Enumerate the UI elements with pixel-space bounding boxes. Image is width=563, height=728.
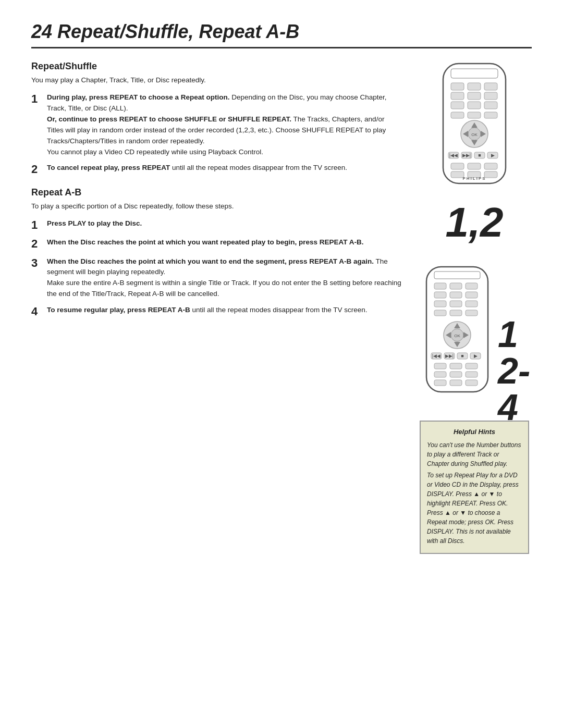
s2-step1-text: Press PLAY to play the Disc. (47, 218, 401, 229)
s2-step3-content: When the Disc reaches the point at which… (47, 256, 401, 300)
s2-step3-note: Make sure the entire A-B segment is with… (47, 278, 401, 300)
svg-rect-44 (434, 301, 446, 307)
svg-rect-66 (450, 363, 462, 369)
svg-rect-34 (484, 171, 497, 178)
repeat-ab-intro: To play a specific portion of a Disc rep… (31, 201, 401, 212)
page-title: 24 Repeat/Shuffle, Repeat A-B (31, 21, 532, 48)
s2-step-number-2: 2 (31, 237, 43, 251)
hint-2-text: To set up Repeat Play for a DVD or Video… (427, 472, 519, 545)
step1-bold: During play, press REPEAT to choose a Re… (47, 93, 230, 101)
svg-rect-73 (466, 380, 478, 386)
step-number-1: 1 (31, 92, 43, 158)
svg-rect-48 (450, 310, 462, 316)
svg-rect-47 (434, 310, 446, 316)
step1-para2: Or, continue to press REPEAT to choose S… (47, 114, 401, 147)
step2-text: until all the repeat modes disappear fro… (170, 164, 347, 171)
svg-rect-7 (484, 92, 497, 100)
helpful-hint-1: You can't use the Number buttons to play… (427, 440, 522, 468)
remote-svg-bottom: OK |◀◀ ▶▶| ■ ▶ (417, 264, 498, 405)
s2-step4-content: To resume regular play, press REPEAT A-B… (47, 305, 401, 318)
svg-rect-69 (450, 372, 462, 377)
svg-text:OK: OK (454, 334, 460, 338)
svg-rect-10 (484, 102, 497, 109)
helpful-hints-box: Helpful Hints You can't use the Number b… (420, 421, 529, 554)
s2-step4-bold: To resume regular play, press REPEAT A-B (47, 306, 190, 314)
svg-rect-29 (451, 163, 464, 169)
right-column: OK |◀◀ ▶▶| ■ ▶ PHILIPS (417, 61, 532, 554)
num-badges: 1 2-4 (498, 264, 532, 405)
section1-step2: 2 To cancel repeat play, press REPEAT un… (31, 163, 401, 176)
repeat-ab-section: Repeat A-B To play a specific portion of… (31, 187, 401, 319)
repeat-shuffle-title: Repeat/Shuffle (31, 61, 401, 72)
svg-rect-39 (450, 283, 462, 289)
s2-step1-bold: Press PLAY to play the Disc. (47, 219, 142, 227)
step2-bold: To cancel repeat play, press REPEAT (47, 164, 170, 171)
svg-rect-5 (451, 92, 464, 100)
svg-text:■: ■ (478, 153, 481, 158)
svg-rect-68 (434, 372, 446, 377)
s2-step4-para: To resume regular play, press REPEAT A-B… (47, 305, 401, 316)
svg-text:▶▶|: ▶▶| (445, 353, 454, 359)
step1-content: During play, press REPEAT to choose a Re… (47, 92, 401, 158)
svg-rect-1 (451, 69, 498, 78)
remote2-wrap: OK |◀◀ ▶▶| ■ ▶ (417, 264, 498, 405)
svg-rect-49 (466, 310, 478, 316)
svg-rect-41 (434, 292, 446, 298)
section2-step1: 1 Press PLAY to play the Disc. (31, 218, 401, 232)
svg-rect-43 (466, 292, 478, 298)
svg-text:OK: OK (471, 132, 478, 137)
section2-step3: 3 When the Disc reaches the point at whi… (31, 256, 401, 300)
step1-para1: During play, press REPEAT to choose a Re… (47, 92, 401, 114)
svg-rect-65 (434, 363, 446, 369)
svg-rect-8 (451, 102, 464, 109)
svg-rect-2 (451, 83, 464, 90)
s2-step-number-3: 3 (31, 256, 43, 300)
large-num-1: 1 (498, 316, 532, 353)
svg-rect-40 (466, 283, 478, 289)
s2-step-number-4: 4 (31, 305, 43, 318)
helpful-hints-title: Helpful Hints (427, 427, 522, 437)
svg-rect-4 (484, 83, 497, 90)
svg-rect-70 (466, 372, 478, 377)
svg-rect-38 (434, 283, 446, 289)
svg-text:▶▶|: ▶▶| (462, 153, 471, 158)
section2-step2: 2 When the Disc reaches the point at whi… (31, 237, 401, 251)
intro-text: You may play a Chapter, Track, Title, or… (31, 75, 401, 86)
large-num-12: 1,2 (445, 202, 503, 243)
svg-text:■: ■ (461, 353, 463, 359)
svg-rect-12 (468, 112, 481, 118)
svg-text:▶: ▶ (474, 353, 478, 359)
svg-rect-11 (451, 112, 464, 118)
section2-step4: 4 To resume regular play, press REPEAT A… (31, 305, 401, 318)
svg-rect-37 (434, 272, 480, 279)
s2-step3-bold: When the Disc reaches the point at which… (47, 257, 374, 265)
s2-step2-content: When the Disc reaches the point at which… (47, 237, 401, 251)
repeat-shuffle-section: Repeat/Shuffle You may play a Chapter, T… (31, 61, 401, 177)
svg-rect-72 (450, 380, 462, 386)
svg-text:|◀◀: |◀◀ (449, 153, 458, 158)
main-layout: Repeat/Shuffle You may play a Chapter, T… (31, 61, 532, 554)
hint-1-text: You can't use the Number buttons to play… (427, 441, 521, 467)
svg-rect-46 (466, 301, 478, 307)
s2-step-number-1: 1 (31, 218, 43, 232)
svg-rect-45 (450, 301, 462, 307)
remote-section-top: OK |◀◀ ▶▶| ■ ▶ PHILIPS (433, 61, 516, 243)
svg-text:PHILIPS: PHILIPS (462, 176, 486, 181)
large-num-24: 2-4 (498, 353, 532, 426)
step1-note: You cannot play a Video CD repeatedly wh… (47, 147, 401, 158)
svg-rect-71 (434, 380, 446, 386)
s2-step1-content: Press PLAY to play the Disc. (47, 218, 401, 232)
step2-content: To cancel repeat play, press REPEAT unti… (47, 163, 401, 176)
repeat-shuffle-intro: You may play a Chapter, Track, Title, or… (31, 75, 401, 86)
step2-para: To cancel repeat play, press REPEAT unti… (47, 163, 401, 174)
svg-text:|◀◀: |◀◀ (432, 353, 440, 359)
step-number-2: 2 (31, 163, 43, 176)
repeat-ab-title: Repeat A-B (31, 187, 401, 198)
svg-rect-6 (468, 92, 481, 100)
s2-step3-para1: When the Disc reaches the point at which… (47, 256, 401, 278)
remote-svg-top: OK |◀◀ ▶▶| ■ ▶ PHILIPS (433, 61, 516, 196)
s2-step4-text: until all the repeat modes disappear fro… (190, 306, 368, 314)
left-column: Repeat/Shuffle You may play a Chapter, T… (31, 61, 401, 554)
step1-or-bold: Or, continue to press REPEAT to choose S… (47, 115, 291, 123)
section1-step1: 1 During play, press REPEAT to choose a … (31, 92, 401, 158)
